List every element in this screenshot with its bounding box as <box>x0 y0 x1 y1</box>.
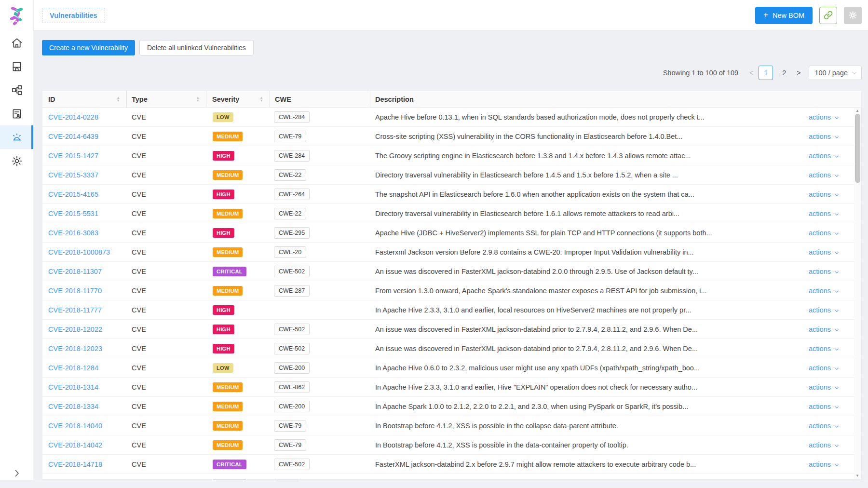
actions-dropdown[interactable]: actions <box>809 287 838 295</box>
cve-id-link[interactable]: CVE-2015-3337 <box>48 171 98 179</box>
sidebar-item-audit[interactable] <box>0 102 33 125</box>
actions-dropdown[interactable]: actions <box>809 268 838 275</box>
cve-id-link[interactable]: CVE-2018-1334 <box>48 403 98 410</box>
cve-id-link[interactable]: CVE-2018-11770 <box>48 287 102 295</box>
sidebar-item-projects[interactable] <box>0 54 33 78</box>
upload-bom-link-button[interactable] <box>819 7 837 24</box>
cwe-chip[interactable]: CWE-502 <box>274 459 310 470</box>
scroll-down-icon[interactable]: ▼ <box>854 473 861 479</box>
actions-dropdown[interactable]: actions <box>809 210 838 217</box>
cwe-chip[interactable]: CWE-200 <box>274 362 310 374</box>
description-text: In Bootstrap before 4.1.2, XSS is possib… <box>370 422 791 430</box>
top-header: Vulnerabilities + New BOM <box>34 0 868 31</box>
chevron-down-icon <box>835 212 839 216</box>
actions-label: actions <box>809 441 833 449</box>
sort-icon[interactable]: ▲▼ <box>260 96 263 102</box>
breadcrumb[interactable]: Vulnerabilities <box>42 8 105 23</box>
page-1-button[interactable]: 1 <box>759 66 773 80</box>
cwe-chip[interactable]: CWE-502 <box>274 324 310 335</box>
scroll-up-icon[interactable]: ▲ <box>854 108 861 114</box>
settings-button[interactable] <box>844 7 862 24</box>
new-bom-button[interactable]: + New BOM <box>755 7 813 24</box>
cve-id-link[interactable]: CVE-2018-12023 <box>48 345 102 352</box>
actions-dropdown[interactable]: actions <box>809 306 838 314</box>
vertical-scrollbar[interactable]: ▲ ▼ <box>854 108 861 479</box>
pagination-summary: Showing 1 to 100 of 109 <box>663 69 738 77</box>
actions-dropdown[interactable]: actions <box>809 190 838 198</box>
sidebar-expand-button[interactable] <box>0 470 34 477</box>
actions-dropdown[interactable]: actions <box>809 113 838 121</box>
actions-dropdown[interactable]: actions <box>809 461 838 468</box>
sort-icon[interactable]: ▲▼ <box>196 96 200 102</box>
cwe-chip[interactable]: CWE-862 <box>274 381 310 393</box>
cwe-chip[interactable]: CWE-79 <box>274 131 306 142</box>
cve-id-link[interactable]: CVE-2018-11777 <box>48 306 102 314</box>
create-vulnerability-button[interactable]: Create a new Vulnerability <box>42 40 135 55</box>
cwe-chip[interactable]: CWE-502 <box>274 266 310 277</box>
sidebar-item-administration[interactable] <box>0 149 33 173</box>
column-header-type[interactable]: Type ▲▼ <box>127 91 206 108</box>
table-row: CVE-2015-5531 CVE MEDIUM CWE-22 Director… <box>42 204 861 223</box>
description-text: In Apache Hive 2.3.3, 3.1.0 and earlier,… <box>370 306 791 314</box>
column-header-id[interactable]: ID ▲▼ <box>42 91 127 108</box>
actions-label: actions <box>809 248 833 256</box>
actions-dropdown[interactable]: actions <box>809 383 838 391</box>
actions-label: actions <box>809 422 833 430</box>
app-logo[interactable] <box>0 0 33 31</box>
cve-id-link[interactable]: CVE-2018-1314 <box>48 383 98 391</box>
cve-id-link[interactable]: CVE-2016-3083 <box>48 229 98 237</box>
actions-dropdown[interactable]: actions <box>809 364 838 372</box>
cve-id-link[interactable]: CVE-2018-14042 <box>48 441 102 449</box>
cve-id-link[interactable]: CVE-2018-14040 <box>48 422 102 430</box>
actions-dropdown[interactable]: actions <box>809 422 838 430</box>
actions-dropdown[interactable]: actions <box>809 403 838 410</box>
cve-id-link[interactable]: CVE-2014-6439 <box>48 133 98 140</box>
sidebar-item-dashboard[interactable] <box>0 31 33 54</box>
actions-label: actions <box>809 287 833 295</box>
cwe-chip[interactable]: CWE-264 <box>274 189 310 200</box>
cwe-chip[interactable]: CWE-284 <box>274 150 310 162</box>
cwe-chip[interactable]: CWE-200 <box>274 401 310 412</box>
actions-dropdown[interactable]: actions <box>809 248 838 256</box>
actions-dropdown[interactable]: actions <box>809 325 838 333</box>
vuln-type: CVE <box>127 190 206 198</box>
actions-dropdown[interactable]: actions <box>809 152 838 160</box>
actions-dropdown[interactable]: actions <box>809 133 838 140</box>
actions-dropdown[interactable]: actions <box>809 229 838 237</box>
cwe-chip[interactable]: CWE-22 <box>274 208 306 219</box>
sidebar-item-components[interactable] <box>0 78 33 102</box>
cve-id-link[interactable]: CVE-2014-0228 <box>48 113 98 121</box>
cve-id-link[interactable]: CVE-2018-1000873 <box>48 248 110 256</box>
sidebar-item-vulnerabilities[interactable] <box>0 125 33 149</box>
cwe-chip[interactable]: CWE-295 <box>274 227 310 239</box>
cve-id-link[interactable]: CVE-2018-11307 <box>48 268 102 275</box>
cwe-chip[interactable]: CWE-284 <box>274 111 310 123</box>
cve-id-link[interactable]: CVE-2015-1427 <box>48 152 98 160</box>
cwe-chip[interactable]: CWE-79 <box>274 439 306 451</box>
cve-id-link[interactable]: CVE-2018-14718 <box>48 461 102 468</box>
sort-icon[interactable]: ▲▼ <box>117 96 120 102</box>
cve-id-link[interactable]: CVE-2015-5531 <box>48 210 98 217</box>
cwe-chip[interactable]: CWE-79 <box>274 420 306 432</box>
cwe-chip[interactable]: CWE-20 <box>274 246 306 258</box>
actions-dropdown[interactable]: actions <box>809 441 838 449</box>
cve-id-link[interactable]: CVE-2015-4165 <box>48 190 98 198</box>
severity-badge: MEDIUM <box>213 170 243 180</box>
delete-unlinked-button[interactable]: Delete all unlinked Vulnerabilities <box>139 40 254 55</box>
next-page-button[interactable]: > <box>793 69 804 77</box>
cve-id-link[interactable]: CVE-2018-1284 <box>48 364 98 372</box>
vuln-type: CVE <box>127 287 206 295</box>
description-text: Cross-site scripting (XSS) vulnerability… <box>370 133 791 140</box>
actions-dropdown[interactable]: actions <box>809 345 838 352</box>
actions-dropdown[interactable]: actions <box>809 171 838 179</box>
cwe-chip[interactable]: CWE-502 <box>274 343 310 354</box>
column-header-severity[interactable]: Severity ▲▼ <box>206 91 270 108</box>
cve-id-link[interactable]: CVE-2018-12022 <box>48 325 102 333</box>
page-2-button[interactable]: 2 <box>777 66 791 80</box>
cwe-chip[interactable]: CWE-22 <box>274 169 306 181</box>
page-size-select[interactable]: 100 / page <box>809 66 862 80</box>
horizontal-scrollbar[interactable] <box>0 480 868 488</box>
cwe-chip[interactable]: CWE-287 <box>274 285 310 297</box>
prev-page-button[interactable]: < <box>746 69 757 77</box>
scrollbar-thumb[interactable] <box>855 114 860 183</box>
